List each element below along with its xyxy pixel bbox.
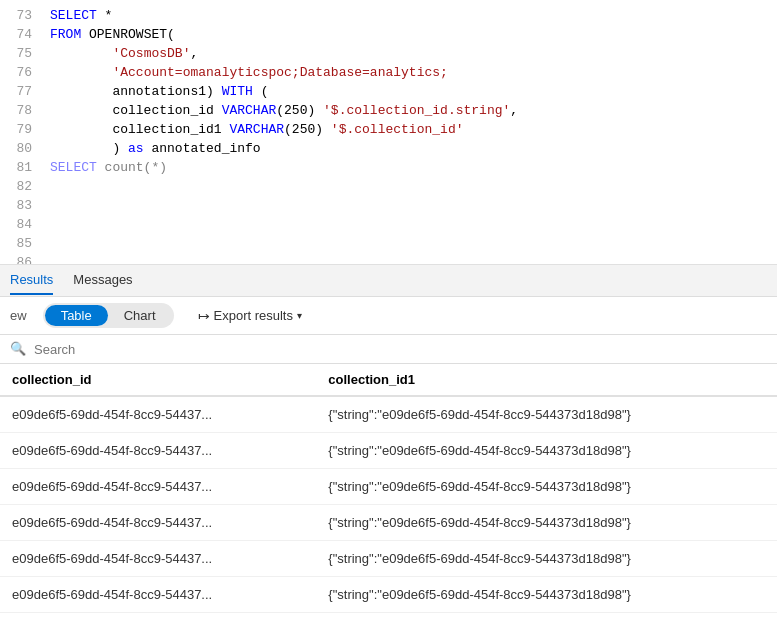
code-line: collection_id1 VARCHAR(250) '$.collectio… bbox=[50, 120, 777, 139]
export-icon: ↦ bbox=[198, 308, 210, 324]
code-token: (250) bbox=[284, 120, 331, 139]
table-cell: e09de6f5-69dd-454f-8cc9-54437... bbox=[0, 469, 316, 505]
code-token: collection_id1 bbox=[50, 120, 229, 139]
table-cell: {"string":"e09de6f5-69dd-454f-8cc9-54437… bbox=[316, 469, 777, 505]
search-input[interactable] bbox=[34, 342, 767, 357]
line-number: 78 bbox=[8, 101, 32, 120]
table-cell: {"string":"e09de6f5-69dd-454f-8cc9-54437… bbox=[316, 577, 777, 613]
table-cell: e09de6f5-69dd-454f-8cc9-54437... bbox=[0, 396, 316, 433]
line-number: 84 bbox=[8, 215, 32, 234]
code-token: '$.collection_id.string' bbox=[323, 101, 510, 120]
table-column-header: collection_id bbox=[0, 364, 316, 396]
code-content[interactable]: SELECT *FROM OPENROWSET( 'CosmosDB', 'Ac… bbox=[40, 0, 777, 264]
export-label: Export results bbox=[214, 308, 293, 323]
code-token: , bbox=[510, 101, 518, 120]
results-table: collection_idcollection_id1 e09de6f5-69d… bbox=[0, 364, 777, 613]
code-token: 'CosmosDB' bbox=[112, 44, 190, 63]
code-token: annotations1) bbox=[50, 82, 222, 101]
results-tabs: Results Messages bbox=[0, 265, 777, 297]
line-number: 77 bbox=[8, 82, 32, 101]
table-column-header: collection_id1 bbox=[316, 364, 777, 396]
line-number: 81 bbox=[8, 158, 32, 177]
code-token: , bbox=[190, 44, 198, 63]
tab-messages[interactable]: Messages bbox=[73, 266, 132, 295]
code-editor: 7374757677787980818283848586 SELECT *FRO… bbox=[0, 0, 777, 265]
code-token bbox=[50, 63, 112, 82]
view-bar: ew Table Chart ↦ Export results ▾ bbox=[0, 297, 777, 335]
table-cell: e09de6f5-69dd-454f-8cc9-54437... bbox=[0, 505, 316, 541]
code-token: * bbox=[97, 6, 113, 25]
line-number: 83 bbox=[8, 196, 32, 215]
code-line: SELECT count(*) bbox=[50, 158, 777, 177]
table-row: e09de6f5-69dd-454f-8cc9-54437...{"string… bbox=[0, 433, 777, 469]
chevron-down-icon: ▾ bbox=[297, 310, 302, 321]
code-line: SELECT * bbox=[50, 6, 777, 25]
export-button[interactable]: ↦ Export results ▾ bbox=[190, 305, 310, 327]
table-cell: e09de6f5-69dd-454f-8cc9-54437... bbox=[0, 577, 316, 613]
code-token: ( bbox=[253, 82, 269, 101]
line-number: 86 bbox=[8, 253, 32, 265]
code-token: 'Account=omanalyticspoc;Database=analyti… bbox=[112, 63, 447, 82]
table-header-row: collection_idcollection_id1 bbox=[0, 364, 777, 396]
table-cell: {"string":"e09de6f5-69dd-454f-8cc9-54437… bbox=[316, 541, 777, 577]
code-token: collection_id bbox=[50, 101, 222, 120]
line-number: 82 bbox=[8, 177, 32, 196]
table-cell: {"string":"e09de6f5-69dd-454f-8cc9-54437… bbox=[316, 396, 777, 433]
line-number: 75 bbox=[8, 44, 32, 63]
line-number: 85 bbox=[8, 234, 32, 253]
code-token: '$.collection_id' bbox=[331, 120, 464, 139]
code-line: 'Account=omanalyticspoc;Database=analyti… bbox=[50, 63, 777, 82]
tab-results[interactable]: Results bbox=[10, 266, 53, 295]
code-token: SELECT bbox=[50, 6, 97, 25]
table-row: e09de6f5-69dd-454f-8cc9-54437...{"string… bbox=[0, 469, 777, 505]
chart-toggle-button[interactable]: Chart bbox=[108, 305, 172, 326]
code-token: WITH bbox=[222, 82, 253, 101]
table-cell: {"string":"e09de6f5-69dd-454f-8cc9-54437… bbox=[316, 433, 777, 469]
line-number: 76 bbox=[8, 63, 32, 82]
table-row: e09de6f5-69dd-454f-8cc9-54437...{"string… bbox=[0, 505, 777, 541]
code-token: ) bbox=[50, 139, 128, 158]
code-line: ) as annotated_info bbox=[50, 139, 777, 158]
search-bar: 🔍 bbox=[0, 335, 777, 364]
line-number: 73 bbox=[8, 6, 32, 25]
code-token: VARCHAR bbox=[222, 101, 277, 120]
table-cell: {"string":"e09de6f5-69dd-454f-8cc9-54437… bbox=[316, 505, 777, 541]
toggle-group: Table Chart bbox=[43, 303, 174, 328]
table-row: e09de6f5-69dd-454f-8cc9-54437...{"string… bbox=[0, 577, 777, 613]
code-token: annotated_info bbox=[144, 139, 261, 158]
code-line: annotations1) WITH ( bbox=[50, 82, 777, 101]
view-label: ew bbox=[10, 308, 27, 323]
code-token: as bbox=[128, 139, 144, 158]
code-token: OPENROWSET( bbox=[81, 25, 175, 44]
code-token: SELECT bbox=[50, 158, 97, 177]
code-token: FROM bbox=[50, 25, 81, 44]
line-number: 79 bbox=[8, 120, 32, 139]
code-line: 'CosmosDB', bbox=[50, 44, 777, 63]
table-row: e09de6f5-69dd-454f-8cc9-54437...{"string… bbox=[0, 396, 777, 433]
code-token bbox=[50, 44, 112, 63]
code-token: VARCHAR bbox=[229, 120, 284, 139]
line-number: 80 bbox=[8, 139, 32, 158]
table-row: e09de6f5-69dd-454f-8cc9-54437...{"string… bbox=[0, 541, 777, 577]
code-line: FROM OPENROWSET( bbox=[50, 25, 777, 44]
results-table-container: collection_idcollection_id1 e09de6f5-69d… bbox=[0, 364, 777, 613]
table-toggle-button[interactable]: Table bbox=[45, 305, 108, 326]
line-numbers: 7374757677787980818283848586 bbox=[0, 0, 40, 264]
search-icon: 🔍 bbox=[10, 341, 26, 357]
table-body: e09de6f5-69dd-454f-8cc9-54437...{"string… bbox=[0, 396, 777, 613]
code-token: count(*) bbox=[97, 158, 167, 177]
code-token: (250) bbox=[276, 101, 323, 120]
line-number: 74 bbox=[8, 25, 32, 44]
table-cell: e09de6f5-69dd-454f-8cc9-54437... bbox=[0, 541, 316, 577]
code-line: collection_id VARCHAR(250) '$.collection… bbox=[50, 101, 777, 120]
table-cell: e09de6f5-69dd-454f-8cc9-54437... bbox=[0, 433, 316, 469]
